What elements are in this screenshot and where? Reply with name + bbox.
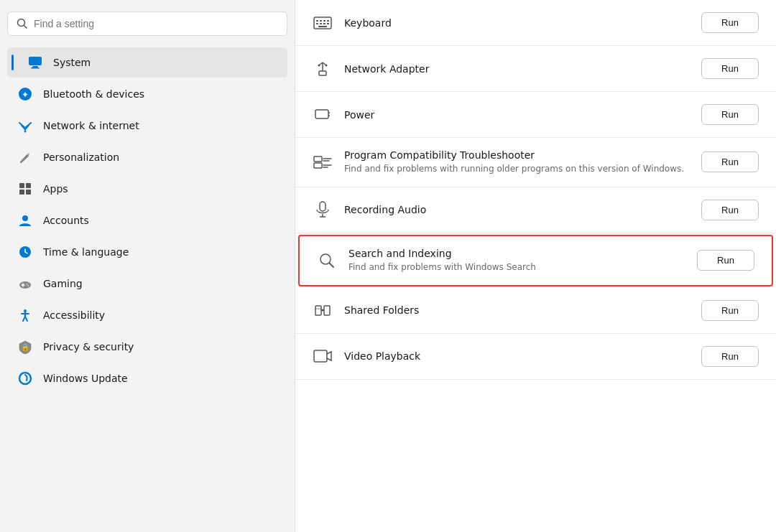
svg-line-58: [330, 263, 334, 267]
run-button-power[interactable]: Run: [701, 104, 759, 125]
svg-rect-49: [314, 163, 322, 168]
search-box[interactable]: [7, 11, 287, 36]
svg-line-66: [327, 358, 331, 360]
sidebar-label-system: System: [53, 57, 91, 68]
sidebar-label-accounts: Accounts: [43, 215, 89, 226]
svg-text:🔒: 🔒: [21, 342, 30, 352]
network-icon: [17, 118, 33, 134]
active-indicator: [11, 55, 14, 70]
sidebar-item-network[interactable]: Network & internet: [7, 111, 287, 141]
ts-title-network-adapter: Network Adapter: [344, 63, 690, 75]
ts-row-program-compat: Program Compatibility Troubleshooter Fin…: [295, 138, 776, 187]
ts-title-video-playback: Video Playback: [344, 350, 690, 362]
sidebar-item-windowsupdate[interactable]: Windows Update: [7, 363, 287, 393]
svg-point-62: [322, 309, 324, 312]
svg-rect-36: [323, 23, 325, 24]
svg-point-7: [24, 131, 27, 133]
sidebar-item-bluetooth[interactable]: ✦ Bluetooth & devices: [7, 79, 287, 109]
ts-desc-program-compat: Find and fix problems with running older…: [344, 163, 690, 175]
svg-rect-2: [29, 57, 42, 65]
sidebar-label-accessibility: Accessibility: [43, 309, 105, 321]
svg-rect-35: [320, 23, 322, 24]
svg-point-44: [325, 64, 328, 66]
svg-rect-3: [32, 66, 38, 67]
sidebar-label-privacy: Privacy & security: [43, 341, 134, 353]
troubleshooter-list: Keyboard Run Network Adapter Run: [295, 0, 776, 380]
svg-line-1: [24, 26, 27, 29]
main-content: Keyboard Run Network Adapter Run: [295, 0, 776, 532]
svg-text:✦: ✦: [22, 90, 29, 100]
program-compat-icon: [313, 152, 333, 172]
svg-rect-10: [19, 190, 24, 195]
sidebar-label-bluetooth: Bluetooth & devices: [43, 88, 144, 100]
ts-text-network-adapter: Network Adapter: [344, 63, 690, 75]
ts-desc-search-indexing: Find and fix problems with Windows Searc…: [348, 261, 685, 274]
ts-row-recording-audio: Recording Audio Run: [295, 187, 776, 233]
sidebar-label-network: Network & internet: [43, 120, 139, 131]
svg-rect-60: [324, 306, 330, 315]
run-button-network-adapter[interactable]: Run: [701, 58, 759, 79]
svg-rect-39: [319, 71, 326, 75]
svg-point-12: [22, 215, 28, 221]
run-button-shared-folders[interactable]: Run: [701, 300, 759, 321]
brush-icon: [17, 149, 33, 165]
search-input[interactable]: [34, 18, 278, 29]
update-icon: [17, 370, 33, 386]
sidebar-label-windowsupdate: Windows Update: [43, 373, 128, 384]
search-icon: [17, 18, 28, 29]
shared-folders-icon: [313, 300, 333, 320]
svg-rect-31: [320, 20, 322, 22]
svg-rect-38: [318, 26, 327, 27]
svg-point-19: [27, 284, 28, 285]
sidebar-item-system[interactable]: System: [7, 47, 287, 78]
run-button-search-indexing[interactable]: Run: [697, 250, 754, 271]
sidebar-item-personalization[interactable]: Personalization: [7, 142, 287, 172]
svg-rect-8: [19, 183, 24, 188]
ts-text-program-compat: Program Compatibility Troubleshooter Fin…: [344, 149, 690, 175]
svg-rect-11: [26, 190, 31, 195]
svg-rect-64: [314, 350, 327, 362]
svg-line-65: [327, 352, 331, 354]
sidebar-item-accounts[interactable]: Accounts: [7, 205, 287, 235]
svg-rect-34: [316, 23, 318, 24]
ts-row-shared-folders: Shared Folders Run: [295, 288, 776, 334]
sidebar-label-apps: Apps: [43, 183, 68, 195]
ts-title-power: Power: [344, 109, 690, 121]
apps-icon: [17, 181, 33, 197]
ts-row-network-adapter: Network Adapter Run: [295, 46, 776, 92]
ts-text-search-indexing: Search and Indexing Find and fix problem…: [348, 248, 685, 274]
svg-rect-32: [323, 20, 325, 22]
sidebar-label-time: Time & language: [43, 246, 129, 258]
svg-rect-37: [327, 23, 329, 24]
svg-rect-33: [327, 20, 329, 22]
ts-row-power: Power Run: [295, 92, 776, 138]
sidebar-item-gaming[interactable]: Gaming: [7, 269, 287, 299]
ts-text-keyboard: Keyboard: [344, 17, 690, 29]
run-button-recording-audio[interactable]: Run: [701, 200, 759, 220]
svg-point-20: [27, 285, 29, 286]
svg-rect-4: [31, 67, 40, 69]
run-button-program-compat[interactable]: Run: [701, 151, 759, 172]
run-button-keyboard[interactable]: Run: [701, 12, 759, 33]
sidebar-item-time[interactable]: Time & language: [7, 237, 287, 267]
time-icon: [17, 244, 33, 260]
sidebar-item-accessibility[interactable]: Accessibility: [7, 300, 287, 330]
ts-row-keyboard: Keyboard Run: [295, 0, 776, 46]
svg-rect-48: [314, 157, 322, 162]
sidebar-item-privacy[interactable]: 🔒 Privacy & security: [7, 332, 287, 362]
ts-title-keyboard: Keyboard: [344, 17, 690, 29]
ts-text-power: Power: [344, 109, 690, 121]
svg-rect-45: [315, 110, 328, 118]
run-button-video-playback[interactable]: Run: [701, 346, 759, 367]
sidebar-item-apps[interactable]: Apps: [7, 174, 287, 204]
svg-line-25: [25, 317, 27, 321]
svg-rect-54: [320, 202, 325, 211]
accounts-icon: [17, 213, 33, 228]
keyboard-icon: [313, 13, 333, 33]
accessibility-icon: [17, 307, 33, 323]
ts-row-search-indexing: Search and Indexing Find and fix problem…: [298, 235, 773, 286]
mic-icon: [313, 200, 333, 220]
sidebar-label-personalization: Personalization: [43, 151, 119, 163]
bluetooth-icon: ✦: [17, 86, 33, 102]
search-indexing-icon: [317, 251, 337, 271]
